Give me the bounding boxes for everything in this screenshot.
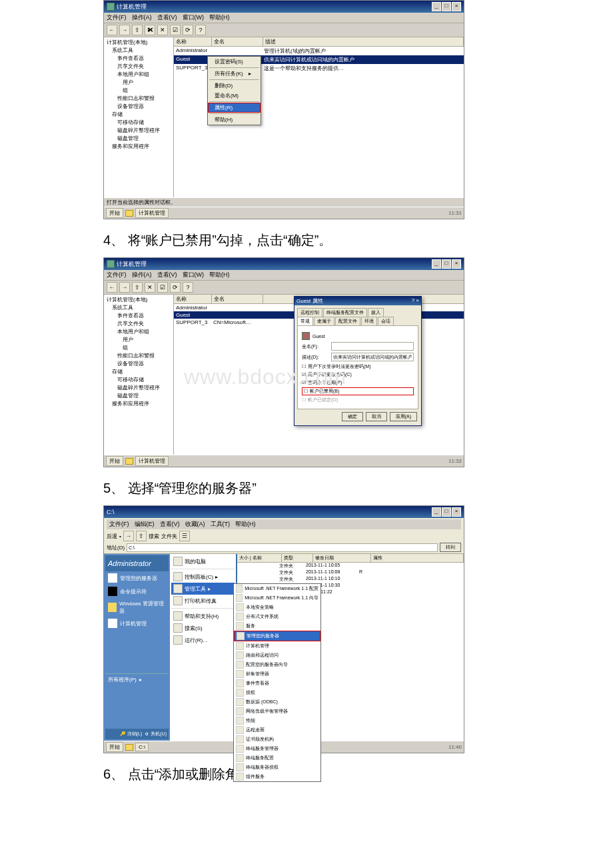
- file-row[interactable]: 文件夹 2013-11-1 10:05: [237, 563, 464, 569]
- tree-event-viewer[interactable]: 事件查看器: [105, 55, 172, 63]
- file-row[interactable]: 文件夹 2013-11-1 10:08 R: [237, 569, 464, 576]
- quicklaunch-icon[interactable]: [125, 744, 133, 751]
- tab-ts-profile[interactable]: 终端服务配置文件: [323, 308, 367, 317]
- col-name[interactable]: 名称: [174, 37, 212, 46]
- quicklaunch-icon[interactable]: [125, 210, 133, 217]
- fcol-type[interactable]: 类型: [282, 554, 313, 562]
- submenu-item[interactable]: 数据源 (ODBC): [234, 697, 320, 707]
- cancel-button[interactable]: 取消: [366, 412, 387, 421]
- prog-admin-tools[interactable]: 管理工具 ▸: [171, 583, 235, 595]
- cm-set-password[interactable]: 设置密码(S): [208, 57, 261, 67]
- delete-button[interactable]: ✕: [157, 25, 168, 35]
- toolbar-search[interactable]: 搜索: [149, 533, 159, 540]
- tree-storage[interactable]: 存储: [105, 368, 172, 376]
- start-item-all-programs[interactable]: 所有程序(P) ▸: [105, 673, 169, 685]
- cm-delete[interactable]: 删除(D): [208, 81, 261, 91]
- submenu-item[interactable]: 分布式文件系统: [234, 612, 320, 621]
- menu-window[interactable]: 窗口(W): [183, 271, 205, 279]
- submenu-item[interactable]: 远程桌面: [234, 725, 320, 735]
- start-item-manage-server[interactable]: 管理您的服务器: [105, 571, 169, 585]
- taskbar-app-button[interactable]: 计算机管理: [135, 456, 169, 466]
- cm-help[interactable]: 帮助(H): [208, 115, 261, 125]
- prog-printers[interactable]: 打印机和传真: [171, 595, 235, 607]
- prog-control-panel[interactable]: 控制面板(C) ▸: [171, 571, 235, 583]
- forward-button[interactable]: →: [119, 25, 130, 35]
- cut-button[interactable]: ✀: [145, 25, 155, 35]
- menu-view[interactable]: 查看(V): [157, 271, 177, 279]
- logoff-button[interactable]: 🔑 注销(L): [120, 731, 143, 737]
- shutdown-button[interactable]: ⭘ 关机(U): [145, 731, 167, 737]
- tree-local-users[interactable]: 本地用户和组: [105, 328, 172, 336]
- tab-profile[interactable]: 配置文件: [335, 317, 360, 325]
- submenu-item[interactable]: Microsoft .NET Framework 1.1 向导: [234, 593, 320, 603]
- cm-rename[interactable]: 重命名(M): [208, 91, 261, 101]
- tab-environment[interactable]: 环境: [361, 317, 377, 325]
- check-locked[interactable]: ☐帐户已锁定(O): [302, 397, 414, 403]
- tree-system-tools[interactable]: 系统工具: [105, 47, 172, 55]
- taskbar-app-button[interactable]: C:\: [135, 743, 149, 751]
- back-button[interactable]: ←: [107, 25, 117, 35]
- tree-shared-folders[interactable]: 共享文件夹: [105, 63, 172, 71]
- tree-dev-mgr[interactable]: 设备管理器: [105, 103, 172, 111]
- menu-file[interactable]: 文件(F): [107, 13, 127, 22]
- prog-my-computer[interactable]: 我的电脑: [171, 555, 235, 567]
- col-desc[interactable]: 描述: [263, 37, 464, 46]
- start-button[interactable]: 开始: [106, 742, 123, 752]
- close-button[interactable]: ×: [452, 2, 461, 11]
- tree-storage[interactable]: 存储: [105, 111, 172, 119]
- views-button[interactable]: ☰: [179, 531, 190, 541]
- up-button[interactable]: ⇧: [132, 282, 143, 293]
- submenu-item[interactable]: 服务: [234, 621, 320, 631]
- description-input[interactable]: [331, 353, 414, 361]
- submenu-item[interactable]: 终端服务配置: [234, 753, 320, 763]
- help-button[interactable]: ?: [195, 25, 206, 35]
- menu-action[interactable]: 操作(A): [132, 13, 152, 22]
- go-button[interactable]: 转到: [440, 543, 461, 552]
- forward-button[interactable]: →: [119, 282, 130, 293]
- submenu-item[interactable]: 群集管理器: [234, 669, 320, 679]
- tree-perf-logs[interactable]: 性能日志和警报: [105, 95, 172, 103]
- tree-users[interactable]: 用户: [105, 79, 172, 87]
- menu-view[interactable]: 查看(V): [157, 13, 177, 22]
- tree-event-viewer[interactable]: 事件查看器: [105, 312, 172, 320]
- close-button[interactable]: ×: [452, 507, 461, 517]
- tab-general[interactable]: 常规: [297, 317, 313, 325]
- dialog-close-button[interactable]: ? ×: [412, 297, 419, 305]
- submenu-item[interactable]: 终端服务管理器: [234, 744, 320, 753]
- menu-file[interactable]: 文件(F): [107, 271, 127, 279]
- prog-help[interactable]: 帮助和支持(H): [171, 610, 235, 622]
- refresh-button[interactable]: ⟳: [170, 282, 181, 293]
- tree-groups[interactable]: 组: [105, 87, 172, 95]
- tab-memberof[interactable]: 隶属于: [314, 317, 334, 325]
- submenu-item[interactable]: 授权: [234, 688, 320, 697]
- minimize-button[interactable]: _: [432, 259, 441, 269]
- ok-button[interactable]: 确定: [342, 412, 363, 421]
- list-row[interactable]: Administrator 管理计算机(域)的内置帐户: [174, 47, 464, 55]
- delete-button[interactable]: ✕: [145, 282, 155, 293]
- maximize-button[interactable]: □: [442, 259, 451, 269]
- up-button[interactable]: ⇧: [136, 531, 147, 541]
- tree-users[interactable]: 用户: [105, 336, 172, 344]
- maximize-button[interactable]: □: [442, 507, 451, 517]
- tree-groups[interactable]: 组: [105, 344, 172, 352]
- submenu-item[interactable]: 终端服务器授权: [234, 763, 320, 772]
- submenu-item[interactable]: 证书颁发机构: [234, 735, 320, 744]
- toolbar-back[interactable]: 后退: [107, 533, 117, 540]
- tab-sessions[interactable]: 会话: [378, 317, 394, 325]
- menu-help[interactable]: 帮助(H): [235, 520, 256, 529]
- start-button[interactable]: 开始: [106, 208, 123, 218]
- help-button[interactable]: ?: [183, 282, 193, 293]
- tab-remote-control[interactable]: 远程控制: [297, 308, 322, 317]
- submenu-item[interactable]: 性能: [234, 716, 320, 725]
- tree-disk-mgmt[interactable]: 磁盘管理: [105, 392, 172, 400]
- tree-local-users[interactable]: 本地用户和组: [105, 71, 172, 79]
- refresh-button[interactable]: ⟳: [183, 25, 193, 35]
- submenu-manage-server[interactable]: 管理您的服务器: [234, 631, 320, 641]
- col-fullname[interactable]: 全名: [212, 37, 263, 46]
- tree-perf-logs[interactable]: 性能日志和警报: [105, 352, 172, 360]
- submenu-item[interactable]: 配置您的服务器向导: [234, 660, 320, 669]
- check-must-change[interactable]: ☐用户下次登录时须更改密码(M): [302, 363, 414, 370]
- tree-defrag[interactable]: 磁盘碎片整理程序: [105, 384, 172, 392]
- tree-root[interactable]: 计算机管理(本地): [105, 39, 172, 47]
- tree-services-apps[interactable]: 服务和应用程序: [105, 400, 172, 408]
